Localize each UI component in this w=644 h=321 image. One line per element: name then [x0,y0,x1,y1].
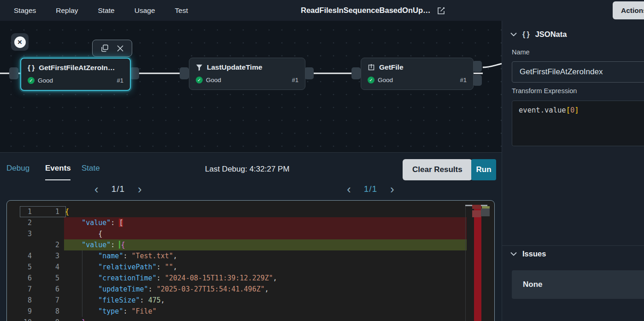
code-token: 475 [148,296,161,304]
code-token: event.value [519,106,566,114]
status-good-icon: ✓ [28,77,35,84]
code-token: "fileSize" [98,296,140,304]
code-line: 87 "fileSize": 475, [7,295,494,306]
line-number-modified [36,228,64,239]
code-token: : [140,296,148,304]
flow-title-group: ReadFilesInSequenceBasedOnUp… [301,0,446,21]
close-canvas-button[interactable]: ✕ [11,33,29,51]
code-token: , [173,252,177,260]
node-run-count: #1 [292,77,299,83]
line-number-original: 1 [7,206,36,217]
last-debug-timestamp: Last Debug: 4:32:27 PM [205,165,289,174]
issues-section-header[interactable]: Issues [510,250,546,258]
line-number-original: 7 [7,284,36,295]
nav-item-stages[interactable]: Stages [14,6,36,15]
port-node3-out-bottom[interactable] [473,75,482,86]
node-toolbar [92,40,132,57]
code-line: 2 "value": { [7,239,494,250]
next-page-icon[interactable]: › [390,184,394,194]
results-pager: ‹ 1/1 › [347,184,394,194]
tab-events[interactable]: Events [45,164,71,173]
panel-divider-horizontal [502,245,644,246]
transform-expression-label: Transform Expression [512,87,577,95]
code-token: "type" [98,307,123,315]
flow-canvas[interactable]: ✕ { } GetFirstFileAtZeroIn… [0,21,502,152]
code-token: , [273,274,277,282]
nav-item-replay[interactable]: Replay [56,6,78,15]
workflow-editor-app: Stages Replay State Usage Test ReadFiles… [0,0,644,321]
tab-debug[interactable]: Debug [6,164,29,173]
run-button[interactable]: Run [471,159,496,180]
line-number-original: 4 [7,250,36,262]
code-line: 109 } [7,317,494,321]
insertion-marker [119,241,120,249]
clear-results-button[interactable]: Clear Results [403,159,472,180]
actions-button[interactable]: Actions [613,1,644,19]
code-line: 76 "updateTime": "2025-03-27T15:54:41.49… [7,284,494,295]
line-content: "relativePath": "", [64,262,467,273]
code-token [65,241,82,249]
top-nav: Stages Replay State Usage Test ReadFiles… [0,0,644,21]
duplicate-node-icon[interactable] [100,44,109,53]
code-token: "" [165,263,173,271]
issues-none-box: None [512,270,644,299]
section-title: Issues [522,250,546,258]
line-number-original: 8 [7,295,36,306]
jsonata-section-header[interactable]: { } JSONata [510,30,567,39]
delete-node-icon[interactable] [117,45,124,52]
debug-panel: Debug Events State Last Debug: 4:32:27 P… [0,152,502,321]
nav-item-usage[interactable]: Usage [135,6,155,15]
port-node1-in[interactable] [9,67,18,79]
nav-item-state[interactable]: State [98,6,115,15]
code-token: ] [574,106,579,114]
port-node3-in[interactable] [351,67,361,79]
code-token: { [65,208,69,216]
node-status-text: Good [378,77,393,83]
tab-state[interactable]: State [82,164,100,173]
braces-icon: { } [522,30,530,39]
minimap-removed-mark-2 [472,210,481,217]
port-node2-in[interactable] [180,67,189,79]
code-token: : [123,252,131,260]
node-status-text: Good [206,77,221,83]
next-page-icon[interactable]: › [138,184,142,194]
code-line: 54 "relativePath": "", [7,262,494,273]
minimap-removed-mark [472,205,481,209]
code-line: 43 "name": "Test.txt", [7,250,494,262]
name-input[interactable] [512,61,644,83]
port-node2-out[interactable] [304,67,314,79]
expression-code: event.value[0] [519,106,579,114]
flow-title: ReadFilesInSequenceBasedOnUp… [301,6,431,15]
line-content: "type": "File" [64,306,467,317]
status-good-icon: ✓ [196,77,203,83]
line-content: { [64,228,467,239]
prev-page-icon[interactable]: ‹ [347,184,351,194]
node-last-update-time[interactable]: LastUpdateTime ✓ Good #1 [189,58,305,90]
line-number-modified: 2 [36,239,64,250]
prev-page-icon[interactable]: ‹ [94,184,99,194]
json-diff-editor[interactable]: 11{2 "value": [3 {2 "value": {43 "name":… [6,200,495,321]
code-token: : [157,274,165,282]
node-get-first-file[interactable]: { } GetFirstFileAtZeroIn… ✓ Good #1 [20,58,131,91]
port-node1-out[interactable] [130,67,139,79]
line-content: "creationTime": "2024-08-15T11:39:12.229… [64,273,467,284]
code-token: "creationTime" [98,274,156,282]
active-tab-underline [45,179,70,180]
code-token: "updateTime" [98,285,148,293]
edit-title-icon[interactable] [437,6,446,15]
transform-expression-editor[interactable]: event.value[0] [512,101,644,146]
code-token: } [82,318,86,321]
minimap-slider[interactable] [481,208,490,216]
code-token: "value" [82,241,111,249]
code-token: : [111,241,119,249]
nav-item-test[interactable]: Test [175,6,188,15]
port-node3-out-top[interactable] [473,61,482,72]
code-token [65,230,98,238]
line-content: } [64,317,467,321]
code-token: "Test.txt" [132,252,173,260]
section-title: JSONata [535,30,567,39]
chevron-down-icon [510,32,517,36]
node-get-file[interactable]: GetFile ✓ Good #1 [361,58,474,90]
code-token [65,318,82,321]
diff-overview-ruler[interactable] [474,207,481,321]
